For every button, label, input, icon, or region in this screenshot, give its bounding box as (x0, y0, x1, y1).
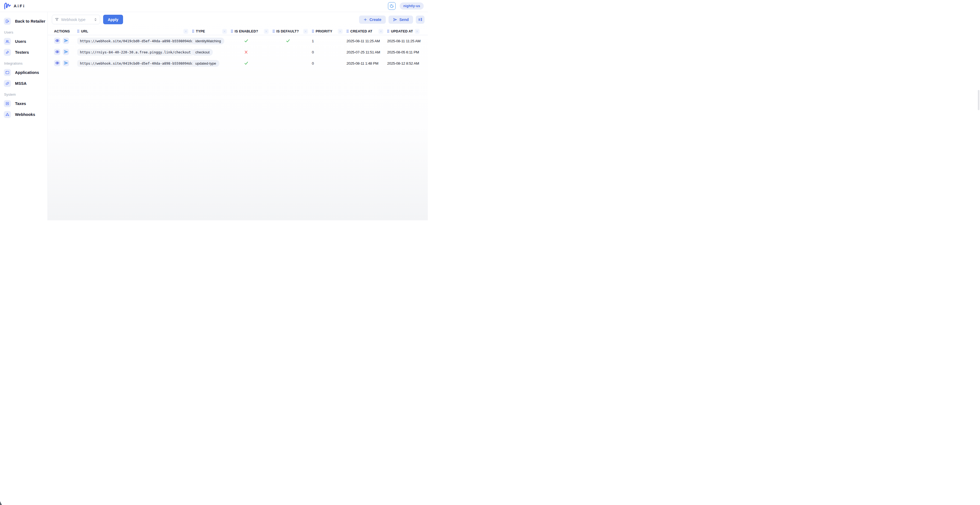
column-label: ACTIONS (54, 29, 70, 33)
close-icon[interactable] (303, 29, 308, 34)
sidebar-section-users: Users (4, 30, 48, 34)
sidebar-item-webhooks[interactable]: Webhooks (4, 109, 48, 120)
paper-plane-icon (64, 61, 68, 65)
send-button-label: Send (399, 17, 409, 22)
webhook-type-select[interactable]: Webhook type (52, 15, 100, 24)
users-icon (4, 38, 11, 45)
main-content: Webhook type Apply Create (48, 12, 428, 220)
aifi-wave-icon (3, 2, 12, 10)
apply-button[interactable]: Apply (103, 15, 123, 24)
actions-cell (54, 38, 77, 44)
topbar-right: nightly-us (388, 2, 424, 10)
close-icon[interactable] (183, 29, 188, 34)
moon-icon (390, 3, 394, 8)
type-cell: updated-type (192, 61, 231, 66)
sidebar-item-label: Testers (15, 50, 29, 54)
type-cell: checkout (192, 50, 231, 54)
priority-cell: 1 (312, 38, 347, 43)
brand-name: AiFi (14, 3, 25, 8)
environment-badge: nightly-us (400, 2, 424, 10)
logo[interactable]: AiFi (3, 2, 25, 10)
sidebar-item-label: Applications (15, 70, 39, 75)
app-window-icon (4, 69, 11, 76)
priority-value: 1 (312, 39, 314, 43)
send-button[interactable]: Send (388, 16, 413, 24)
drag-handle-icon[interactable] (231, 29, 233, 33)
eye-icon (55, 61, 59, 65)
sidebar-item-applications[interactable]: Applications (4, 67, 48, 78)
view-row-button[interactable] (54, 49, 60, 55)
view-row-button[interactable] (54, 38, 60, 44)
create-button[interactable]: Create (359, 16, 386, 24)
table-row: https://rniys-84-40-220-30.a.free.pinggy… (48, 46, 428, 57)
column-header-type[interactable]: TYPE (192, 29, 231, 34)
column-label: URL (81, 29, 88, 33)
sidebar-item-testers[interactable]: Testers (4, 47, 48, 58)
column-header-priority[interactable]: PRIORITY (312, 29, 347, 34)
topbar: AiFi nightly-us (0, 0, 428, 12)
created-at-cell: 2025-08-11 1:48 PM (347, 61, 387, 66)
red-cross-icon (244, 50, 248, 54)
webhook-type-badge: identityMatching (192, 38, 224, 44)
created-at-cell: 2025-08-11 11:25 AM (347, 38, 387, 43)
sidebar-item-taxes[interactable]: Taxes (4, 98, 48, 109)
toolbar-right: Create Send (359, 16, 425, 24)
sidebar-item-back-to-retailer[interactable]: Back to Retailer (4, 16, 48, 27)
drag-handle-icon[interactable] (312, 29, 314, 33)
updated-at-value: 2025-08-11 11:25 AM (387, 39, 420, 43)
send-row-button[interactable] (63, 38, 69, 44)
close-icon[interactable] (379, 29, 383, 34)
drag-handle-icon[interactable] (77, 29, 80, 33)
sidebar-item-users[interactable]: Users (4, 36, 48, 47)
updated-at-cell: 2025-08-05 6:11 PM (387, 50, 423, 54)
link-icon (4, 80, 11, 87)
select-placeholder: Webhook type (61, 17, 85, 22)
column-header-created-at[interactable]: CREATED AT (347, 29, 387, 34)
drag-handle-icon[interactable] (387, 29, 389, 33)
is-enabled-cell (231, 38, 272, 43)
column-label: UPDATED AT (391, 29, 413, 33)
receipt-icon (4, 100, 11, 107)
updated-at-value: 2025-08-12 8:52 AM (387, 61, 419, 65)
sidebar-item-mssa[interactable]: MSSA (4, 78, 48, 89)
column-header-url[interactable]: URL (77, 29, 192, 34)
column-header-actions: ACTIONS (54, 29, 77, 33)
url-cell: https://webhook.site/0419cbd0-d5ef-40da-… (77, 38, 192, 43)
paper-plane-icon (393, 17, 397, 22)
drag-handle-icon[interactable] (272, 29, 275, 33)
is-default-cell (272, 38, 312, 43)
table-header-row: ACTIONS URL TYPE IS ENABLED? IS DEFAULT? (48, 27, 428, 35)
view-row-button[interactable] (54, 60, 60, 66)
column-label: IS ENABLED? (235, 29, 258, 33)
is-enabled-cell (231, 50, 272, 54)
webhook-url[interactable]: https://webhook.site/0419cbd0-d5ef-40da-… (77, 60, 200, 67)
column-label: IS DEFAULT? (276, 29, 299, 33)
close-icon[interactable] (415, 29, 420, 34)
url-cell: https://rniys-84-40-220-30.a.free.pinggy… (77, 50, 192, 54)
close-icon[interactable] (222, 29, 227, 34)
close-icon[interactable] (264, 29, 269, 34)
plus-icon (363, 18, 367, 22)
theme-toggle-button[interactable] (388, 2, 396, 10)
close-icon[interactable] (338, 29, 343, 34)
send-row-button[interactable] (63, 49, 69, 55)
column-label: PRIORITY (316, 29, 332, 33)
drag-handle-icon[interactable] (347, 29, 349, 33)
created-at-value: 2025-08-11 1:48 PM (347, 61, 379, 65)
test-tube-icon (4, 49, 11, 56)
column-label: CREATED AT (350, 29, 372, 33)
column-header-is-default[interactable]: IS DEFAULT? (272, 29, 312, 34)
created-at-cell: 2025-07-25 11:51 AM (347, 50, 387, 54)
send-row-button[interactable] (63, 60, 69, 66)
column-settings-button[interactable] (416, 16, 425, 24)
funnel-icon (55, 17, 59, 22)
webhook-url[interactable]: https://webhook.site/0419cbd0-d5ef-40da-… (77, 38, 200, 44)
column-header-is-enabled[interactable]: IS ENABLED? (231, 29, 272, 34)
paper-plane-icon (64, 50, 68, 54)
sidebar-section-integrations: Integrations (4, 62, 48, 65)
drag-handle-icon[interactable] (192, 29, 194, 33)
sidebar-item-label: Webhooks (15, 112, 35, 117)
webhook-url[interactable]: https://rniys-84-40-220-30.a.free.pinggy… (77, 49, 193, 56)
webhook-icon (4, 111, 11, 118)
column-header-updated-at[interactable]: UPDATED AT (387, 29, 423, 34)
